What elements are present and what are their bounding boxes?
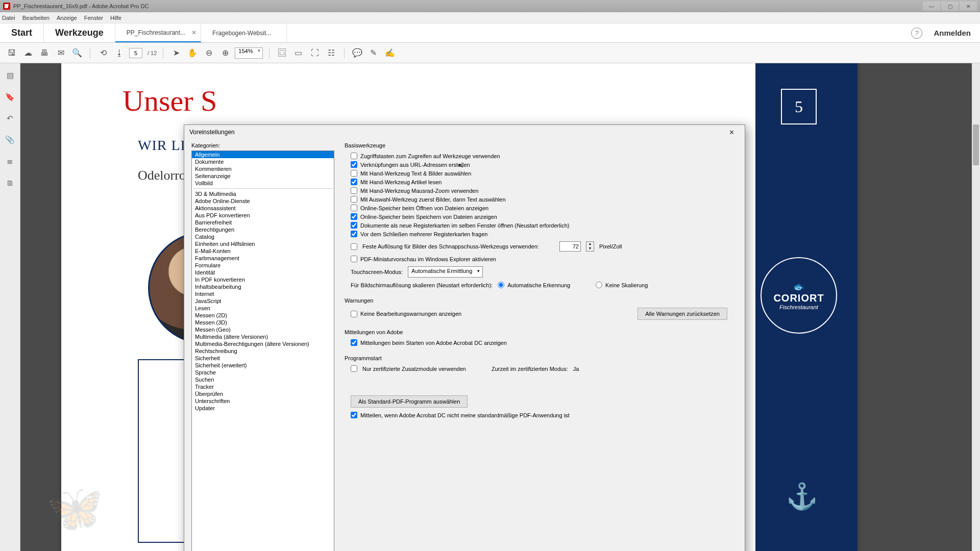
menu-hilfe[interactable]: Hilfe — [110, 15, 121, 21]
category-item[interactable]: Catalog — [192, 233, 334, 240]
chk-adobe-msg[interactable] — [351, 339, 357, 346]
page-up-icon[interactable]: ⟲ — [96, 46, 110, 60]
signin-link[interactable]: Anmelden — [934, 29, 971, 37]
fullscreen-icon[interactable]: ⛶ — [308, 46, 322, 60]
chk-tabs-same[interactable] — [351, 222, 357, 229]
chk-hand-text[interactable] — [351, 170, 357, 177]
category-item[interactable]: Updater — [192, 405, 334, 412]
category-item[interactable]: Multimedia (ältere Versionen) — [192, 333, 334, 340]
category-item[interactable]: Berechtigungen — [192, 226, 334, 233]
category-item[interactable]: Sicherheit — [192, 355, 334, 362]
mail-icon[interactable]: ✉ — [54, 46, 67, 60]
category-item[interactable]: Farbmanagement — [192, 255, 334, 262]
search-icon[interactable]: 🔍 — [70, 46, 84, 60]
menu-fenster[interactable]: Fenster — [84, 15, 103, 21]
chk-online-open[interactable] — [351, 205, 357, 211]
pointer-icon[interactable]: ➤ — [169, 46, 183, 60]
category-item[interactable]: Sprache — [192, 369, 334, 376]
chk-online-save[interactable] — [351, 213, 357, 220]
dialog-close-icon[interactable]: ✕ — [723, 127, 740, 137]
category-item[interactable]: Inhaltsbearbeitung — [192, 283, 334, 290]
chk-select-img[interactable] — [351, 196, 357, 203]
comment-icon[interactable]: 💬 — [351, 46, 364, 60]
category-item[interactable]: Internet — [192, 290, 334, 297]
zoom-out-icon[interactable]: ⊖ — [202, 46, 215, 60]
print-icon[interactable]: 🖶 — [38, 46, 51, 60]
window-maximize[interactable]: ▢ — [941, 2, 959, 11]
cloud-icon[interactable]: ☁ — [21, 46, 35, 60]
radio-scale-auto[interactable] — [498, 282, 504, 288]
highlight-icon[interactable]: ✎ — [367, 46, 380, 60]
reset-warnings-button[interactable]: Alle Warnungen zurücksetzen — [638, 308, 727, 320]
chk-no-warn[interactable] — [351, 311, 357, 317]
hand-icon[interactable]: ✋ — [186, 46, 199, 60]
category-item[interactable]: 3D & Multimedia — [192, 190, 334, 197]
tab-doc2[interactable]: Fragebogen-Websit... — [201, 23, 287, 42]
category-item[interactable]: Seitenanzeige — [192, 172, 334, 180]
category-item[interactable]: Aktionsassistent — [192, 205, 334, 212]
category-item[interactable]: Tracker — [192, 383, 334, 390]
chk-thumb-explorer[interactable] — [351, 256, 357, 262]
category-item[interactable]: Kommentieren — [192, 165, 334, 172]
category-item[interactable]: Adobe Online-Dienste — [192, 197, 334, 205]
category-item[interactable]: Allgemein — [192, 151, 334, 158]
tab-start[interactable]: Start — [0, 23, 44, 42]
menu-anzeige[interactable]: Anzeige — [57, 15, 77, 21]
window-close[interactable]: ✕ — [960, 2, 977, 11]
chk-cert-plugins[interactable] — [351, 365, 357, 372]
save-icon[interactable]: 🖫 — [5, 46, 18, 60]
categories-list[interactable]: AllgemeinDokumenteKommentierenSeitenanze… — [191, 151, 334, 551]
category-item[interactable]: Aus PDF konvertieren — [192, 212, 334, 219]
category-item[interactable]: Dokumente — [192, 158, 334, 165]
category-item[interactable]: Multimedia-Berechtigungen (ältere Versio… — [192, 340, 334, 347]
radio-scale-none-label: Keine Skalierung — [605, 282, 648, 288]
tab-doc1[interactable]: PP_Fischrestaurant... ✕ — [115, 23, 201, 42]
zoom-in-icon[interactable]: ⊕ — [218, 46, 232, 60]
menu-bearbeiten[interactable]: Bearbeiten — [22, 15, 50, 21]
chk-not-default[interactable] — [351, 412, 357, 418]
help-icon[interactable]: ? — [911, 28, 922, 39]
category-item[interactable]: Messen (2D) — [192, 312, 334, 319]
default-pdf-button[interactable]: Als Standard-PDF-Programm auswählen — [351, 395, 468, 408]
tab-werkzeuge[interactable]: Werkzeuge — [44, 23, 115, 42]
category-item[interactable]: E-Mail-Konten — [192, 247, 334, 255]
category-item[interactable]: JavaScript — [192, 297, 334, 305]
touch-mode-select[interactable]: Automatische Ermittlung — [408, 266, 483, 278]
fit-width-icon[interactable]: ⿴ — [276, 46, 289, 60]
category-item[interactable]: Lesen — [192, 305, 334, 312]
category-item[interactable]: Messen (3D) — [192, 319, 334, 326]
divider — [269, 47, 270, 59]
tab-doc1-close-icon[interactable]: ✕ — [191, 29, 197, 36]
category-item[interactable]: Barrierefreiheit — [192, 219, 334, 226]
chk-close-ask[interactable] — [351, 231, 357, 237]
category-item[interactable]: Unterschriften — [192, 397, 334, 405]
menu-datei[interactable]: Datei — [2, 15, 15, 21]
chk-url-links[interactable] — [351, 161, 357, 168]
dialog-title: Voreinstellungen — [189, 129, 235, 136]
window-minimize[interactable]: — — [923, 2, 940, 11]
read-icon[interactable]: ☷ — [325, 46, 338, 60]
chk-accesskeys[interactable] — [351, 153, 357, 159]
chk-hand-wheel[interactable] — [351, 187, 357, 194]
category-item[interactable]: Suchen — [192, 376, 334, 383]
category-item[interactable]: Einheiten und Hilfslinien — [192, 240, 334, 247]
category-item[interactable]: Überprüfen — [192, 390, 334, 397]
radio-scale-none[interactable] — [596, 282, 602, 288]
page-number-input[interactable] — [129, 48, 142, 58]
category-item[interactable]: Vollbild — [192, 180, 334, 187]
fit-page-icon[interactable]: ▭ — [292, 46, 305, 60]
snapshot-spinner[interactable]: ▲▼ — [586, 241, 594, 252]
chk-snapshot-res[interactable] — [351, 243, 357, 250]
zoom-select[interactable]: 154% — [235, 47, 262, 59]
category-item[interactable]: Messen (Geo) — [192, 326, 334, 333]
sign-icon[interactable]: ✍ — [383, 46, 397, 60]
chk-hand-article[interactable] — [351, 179, 357, 185]
page-down-icon[interactable]: ⭳ — [113, 46, 126, 60]
category-item[interactable]: Formulare — [192, 262, 334, 269]
snapshot-res-input[interactable] — [559, 241, 581, 252]
category-item[interactable]: In PDF konvertieren — [192, 276, 334, 283]
category-item[interactable]: Identität — [192, 269, 334, 276]
category-item[interactable]: Sicherheit (erweitert) — [192, 362, 334, 369]
category-item[interactable]: Rechtschreibung — [192, 347, 334, 355]
window-title: PP_Fischrestaurant_16x9.pdf - Adobe Acro… — [13, 3, 149, 9]
